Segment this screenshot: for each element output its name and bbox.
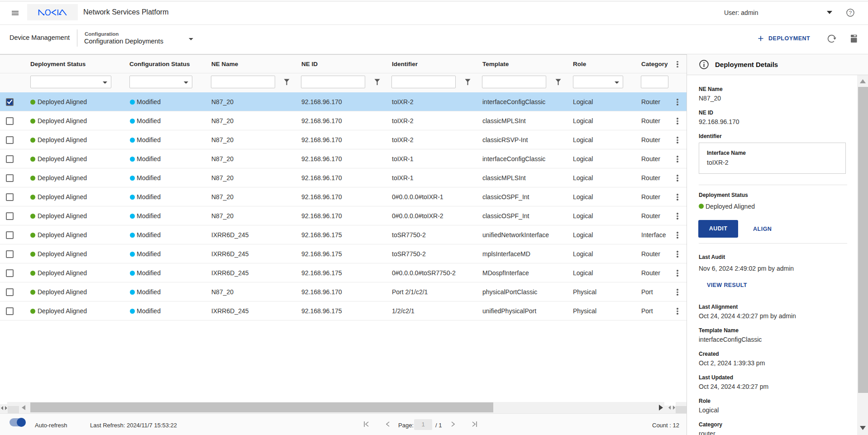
- svg-text:?: ?: [849, 10, 852, 15]
